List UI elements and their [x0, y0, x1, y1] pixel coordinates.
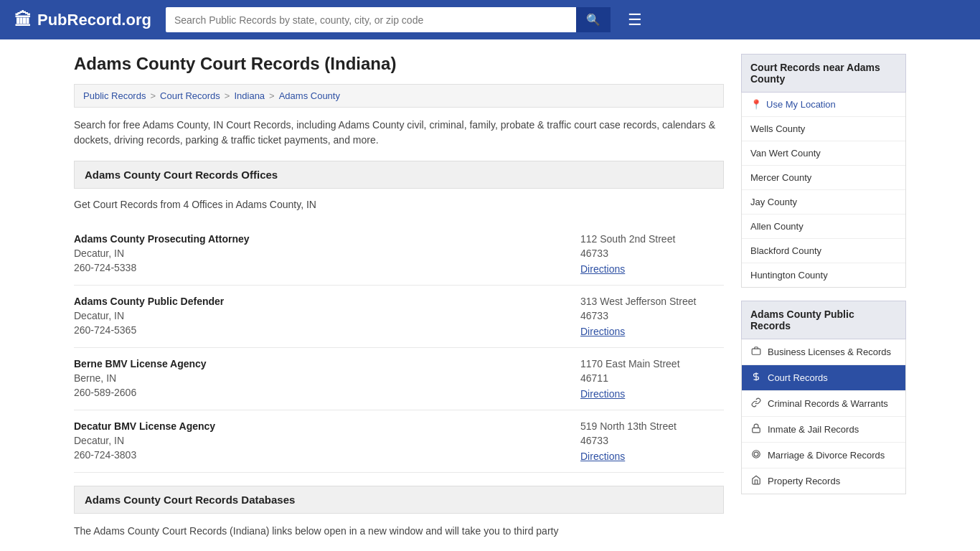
office-right-2: 313 West Jefferson Street 46733 Directio…: [580, 296, 724, 337]
logo-text: PubRecord.org: [37, 11, 151, 29]
breadcrumb-sep-1: >: [150, 90, 156, 101]
search-input[interactable]: [166, 7, 576, 32]
office-left-3: Berne BMV License Agency Berne, IN 260-5…: [74, 358, 566, 400]
lock-icon: [750, 423, 762, 435]
office-left-1: Adams County Prosecuting Attorney Decatu…: [74, 233, 566, 275]
menu-button[interactable]: ☰: [628, 11, 642, 29]
site-logo[interactable]: 🏛 PubRecord.org: [14, 10, 151, 30]
search-area: 🔍: [166, 7, 611, 32]
office-name: Adams County Prosecuting Attorney: [74, 233, 566, 245]
office-zip: 46733: [580, 435, 724, 446]
databases-section-header: Adams County Court Records Databases: [74, 486, 724, 514]
menu-icon: ☰: [628, 11, 642, 29]
sidebar-public-records-header: Adams County Public Records: [741, 301, 906, 339]
directions-link[interactable]: Directions: [580, 388, 625, 400]
logo-icon: 🏛: [14, 10, 32, 30]
sidebar-item-label: Van Wert County: [750, 148, 821, 159]
breadcrumb: Public Records > Court Records > Indiana…: [74, 84, 724, 108]
scales-icon: [750, 372, 762, 384]
sidebar-item-marriage-records[interactable]: Marriage & Divorce Records: [742, 443, 905, 468]
office-left-2: Adams County Public Defender Decatur, IN…: [74, 296, 566, 337]
sidebar-item-label: Allen County: [750, 221, 804, 232]
table-row: Adams County Public Defender Decatur, IN…: [74, 286, 724, 348]
sidebar-item-label: Marriage & Divorce Records: [768, 450, 885, 461]
sidebar-item-blackford-county[interactable]: Blackford County: [742, 239, 905, 263]
table-row: Decatur BMV License Agency Decatur, IN 2…: [74, 410, 724, 473]
office-zip: 46711: [580, 372, 724, 384]
breadcrumb-sep-3: >: [269, 90, 275, 101]
offices-list: Adams County Prosecuting Attorney Decatu…: [74, 223, 724, 473]
breadcrumb-adams-county[interactable]: Adams County: [279, 90, 340, 101]
sidebar-public-records-section: Business Licenses & Records Court Record…: [741, 339, 906, 494]
site-header: 🏛 PubRecord.org 🔍 ☰: [0, 0, 980, 39]
directions-link[interactable]: Directions: [580, 326, 625, 337]
sidebar-item-wells-county[interactable]: Wells County: [742, 117, 905, 141]
office-street: 313 West Jefferson Street: [580, 296, 724, 307]
sidebar-item-huntington-county[interactable]: Huntington County: [742, 263, 905, 287]
sidebar-item-court-records[interactable]: Court Records: [742, 365, 905, 391]
sidebar-item-mercer-county[interactable]: Mercer County: [742, 166, 905, 190]
office-city: Decatur, IN: [74, 248, 566, 259]
main-content: Adams County Court Records (Indiana) Pub…: [74, 54, 724, 543]
svg-point-4: [753, 451, 760, 458]
sidebar-nearby-section: 📍 Use My Location Wells County Van Wert …: [741, 93, 906, 288]
sidebar-item-label: Wells County: [750, 123, 805, 134]
office-right-4: 519 North 13th Street 46733 Directions: [580, 420, 724, 462]
directions-link[interactable]: Directions: [580, 451, 625, 462]
breadcrumb-public-records[interactable]: Public Records: [83, 90, 146, 101]
breadcrumb-court-records[interactable]: Court Records: [160, 90, 220, 101]
databases-subtext: The Adams County Court Records (Indiana)…: [74, 524, 724, 539]
office-name: Decatur BMV License Agency: [74, 420, 566, 432]
sidebar-item-label: Criminal Records & Warrants: [768, 398, 888, 409]
sidebar-item-label: Mercer County: [750, 172, 811, 183]
home-icon: [750, 475, 762, 487]
page-title: Adams County Court Records (Indiana): [74, 54, 724, 74]
sidebar-item-label: Inmate & Jail Records: [768, 424, 859, 435]
sidebar-item-criminal-records[interactable]: Criminal Records & Warrants: [742, 391, 905, 417]
office-right-1: 112 South 2nd Street 46733 Directions: [580, 233, 724, 275]
sidebar-item-label: Jay County: [750, 197, 797, 207]
location-icon: 📍: [750, 99, 762, 110]
office-city: Berne, IN: [74, 372, 566, 384]
search-button[interactable]: 🔍: [576, 7, 611, 32]
sidebar-item-allen-county[interactable]: Allen County: [742, 215, 905, 239]
sidebar-item-van-wert-county[interactable]: Van Wert County: [742, 141, 905, 166]
search-icon: 🔍: [586, 14, 600, 26]
breadcrumb-sep-2: >: [225, 90, 230, 101]
sidebar-item-label: Business Licenses & Records: [768, 347, 891, 357]
office-street: 1170 East Main Street: [580, 358, 724, 369]
ring-icon: [750, 449, 762, 461]
breadcrumb-indiana[interactable]: Indiana: [234, 90, 265, 101]
sidebar-item-business-licenses[interactable]: Business Licenses & Records: [742, 339, 905, 365]
office-city: Decatur, IN: [74, 435, 566, 446]
link-icon: [750, 397, 762, 410]
table-row: Berne BMV License Agency Berne, IN 260-5…: [74, 348, 724, 410]
office-street: 519 North 13th Street: [580, 420, 724, 432]
office-name: Berne BMV License Agency: [74, 358, 566, 369]
table-row: Adams County Prosecuting Attorney Decatu…: [74, 223, 724, 286]
svg-point-3: [754, 452, 758, 456]
office-phone: 260-724-3803: [74, 449, 566, 461]
office-zip: 46733: [580, 310, 724, 321]
directions-link[interactable]: Directions: [580, 263, 625, 275]
office-name: Adams County Public Defender: [74, 296, 566, 307]
office-phone: 260-589-2606: [74, 387, 566, 398]
sidebar: Court Records near Adams County 📍 Use My…: [741, 54, 906, 543]
office-street: 112 South 2nd Street: [580, 233, 724, 245]
page-description: Search for free Adams County, IN Court R…: [74, 118, 724, 148]
offices-section-header: Adams County Court Records Offices: [74, 161, 724, 189]
sidebar-item-label: Huntington County: [750, 270, 828, 281]
office-right-3: 1170 East Main Street 46711 Directions: [580, 358, 724, 400]
sidebar-item-label: Blackford County: [750, 245, 821, 256]
sidebar-item-inmate-records[interactable]: Inmate & Jail Records: [742, 417, 905, 443]
use-location-label: Use My Location: [766, 99, 836, 110]
sidebar-item-label: Property Records: [768, 476, 840, 486]
office-left-4: Decatur BMV License Agency Decatur, IN 2…: [74, 420, 566, 462]
offices-subtext: Get Court Records from 4 Offices in Adam…: [74, 199, 724, 210]
sidebar-item-jay-county[interactable]: Jay County: [742, 190, 905, 215]
briefcase-icon: [750, 346, 762, 358]
sidebar-item-property-records[interactable]: Property Records: [742, 468, 905, 494]
svg-rect-0: [752, 349, 760, 354]
sidebar-nearby-header: Court Records near Adams County: [741, 54, 906, 93]
sidebar-use-location[interactable]: 📍 Use My Location: [742, 93, 905, 117]
